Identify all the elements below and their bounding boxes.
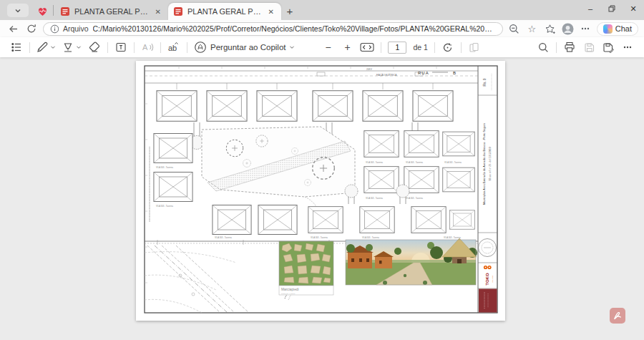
svg-text:VILA 303 - Taverna: VILA 303 - Taverna: [362, 236, 379, 239]
favorites-star-button[interactable]: ☆: [525, 22, 539, 36]
url-text: C:/Mario%20130126/Mario%202025/Prof/Corr…: [93, 24, 496, 33]
printer-icon: [564, 42, 575, 53]
copilot-chat-button[interactable]: Chat: [597, 22, 638, 36]
collections-star-icon: [545, 24, 555, 34]
add-text-button[interactable]: [114, 40, 127, 54]
zoom-out-button[interactable]: −: [321, 40, 334, 54]
sheet-number: Fls. 9: [483, 78, 487, 86]
restore-icon: [608, 5, 615, 12]
translate-button[interactable]: ab: [167, 40, 180, 54]
refresh-button[interactable]: [24, 21, 39, 36]
info-icon[interactable]: [50, 24, 59, 34]
pdf-file-icon: [173, 6, 183, 16]
minimize-button[interactable]: –: [580, 0, 601, 17]
collections-button[interactable]: [543, 22, 557, 36]
url-field[interactable]: Arquivo C:/Mario%20130126/Mario%202025/P…: [43, 22, 503, 36]
new-tab-button[interactable]: +: [281, 2, 298, 19]
text-box-icon: [115, 42, 127, 53]
rotate-icon: [442, 42, 453, 53]
tab-title: PLANTA GERAL PROJETO.pdf: [74, 7, 149, 16]
restore-button[interactable]: [601, 0, 623, 17]
chevron-down-icon: [14, 6, 22, 15]
browser-window: PLANTA GERAL PROJETO.pdf ✕ PLANTA GERAL …: [0, 0, 644, 340]
copilot-pdf-icon: [194, 41, 207, 54]
save-as-button[interactable]: [602, 40, 615, 54]
street-label: RUA: [418, 71, 429, 75]
find-in-document-button[interactable]: [537, 40, 550, 54]
page-number-input[interactable]: [388, 42, 406, 54]
svg-text:VILA 303 - Taverna: VILA 303 - Taverna: [444, 236, 461, 239]
print-button[interactable]: [563, 40, 576, 54]
pdf-file-icon: [60, 6, 70, 16]
profile-avatar[interactable]: [561, 22, 575, 36]
window-controls: – ✕: [580, 0, 644, 17]
street-letter: B: [453, 71, 456, 75]
pdf-viewer-canvas[interactable]: RUA B 20KV FIAÇÃO ELÉTRICA: [0, 57, 644, 340]
pen-icon: [36, 42, 48, 53]
svg-text:VILA 303 - Taverna: VILA 303 - Taverna: [156, 205, 173, 208]
zoom-in-button[interactable]: +: [341, 40, 353, 54]
rotate-button[interactable]: [441, 40, 454, 54]
svg-text:VILA 303 - Taverna: VILA 303 - Taverna: [366, 197, 383, 200]
tab-search-button[interactable]: [7, 4, 29, 17]
save-as-icon: [602, 42, 614, 53]
svg-text:VILA 303 - Taverna: VILA 303 - Taverna: [406, 161, 423, 164]
zoom-level-button[interactable]: [507, 22, 521, 36]
chat-label: Chat: [615, 24, 632, 33]
wiring-label: FIAÇÃO ELÉTRICA: [376, 73, 397, 77]
erase-tool-button[interactable]: [88, 40, 101, 54]
refresh-icon: [26, 24, 36, 34]
paving-swatch-image: Marciapiedi Pietra rig. f. Travol: [279, 241, 333, 295]
fit-to-width-button[interactable]: [360, 40, 374, 54]
search-icon: [538, 42, 549, 53]
swatch-subcaption: Pietra rig. f. Travol: [281, 293, 296, 295]
browser-essentials-heart-icon[interactable]: [36, 5, 49, 18]
tab-close-icon[interactable]: ✕: [266, 7, 276, 16]
chevron-down-icon: [289, 44, 295, 50]
toc-icon: [11, 42, 22, 53]
ellipsis-icon: [623, 42, 633, 52]
scheme-label: Arquivo: [63, 24, 89, 33]
open-in-acrobat-button[interactable]: [610, 308, 625, 324]
eraser-icon: [89, 42, 100, 53]
back-arrow-icon: [8, 24, 19, 34]
zoom-out-magnifier-icon: [509, 24, 519, 34]
read-aloud-button[interactable]: A: [141, 40, 154, 54]
svg-text:ab: ab: [168, 44, 177, 52]
svg-text:VILA 303 - Taverna: VILA 303 - Taverna: [444, 161, 462, 164]
swatch-caption: Marciapiedi: [281, 288, 299, 291]
draw-tool-button[interactable]: [36, 42, 56, 53]
brand-sub: VILLAGE: [492, 276, 494, 283]
tab-close-icon[interactable]: ✕: [153, 7, 163, 16]
save-button[interactable]: [582, 40, 595, 54]
site-plan-drawing: RUA B 20KV FIAÇÃO ELÉTRICA: [136, 61, 505, 321]
avatar-icon: [562, 23, 574, 35]
highlighter-icon: [62, 42, 74, 53]
page-view-button[interactable]: [468, 40, 481, 54]
table-of-contents-button[interactable]: [10, 40, 23, 54]
copilot-icon: [603, 24, 613, 34]
power-label: 20KV: [366, 68, 373, 71]
two-page-view-icon: [469, 42, 479, 53]
ask-copilot-button[interactable]: Perguntar ao Copilot: [194, 41, 295, 54]
tab-separator: [53, 5, 54, 16]
browser-menu-button[interactable]: [579, 22, 592, 36]
svg-text:VILA 303 - Taverna: VILA 303 - Taverna: [156, 166, 173, 169]
pdf-page: RUA B 20KV FIAÇÃO ELÉTRICA: [136, 61, 505, 321]
svg-text:VILA 303 - Taverna: VILA 303 - Taverna: [311, 236, 328, 239]
tab-1[interactable]: PLANTA GERAL PROJETO.pdf ✕: [55, 3, 168, 20]
svg-text:VILA 303 - Taverna: VILA 303 - Taverna: [215, 236, 232, 239]
titleblock-line1: Masterplan Área Extensão da Avenida dos …: [482, 123, 486, 205]
toolbar-more-button[interactable]: [621, 40, 634, 54]
svg-text:VILA 303 - Taverna: VILA 303 - Taverna: [366, 161, 383, 164]
close-window-button[interactable]: ✕: [623, 0, 644, 17]
chevron-down-icon: [76, 44, 82, 50]
highlight-tool-button[interactable]: [62, 42, 82, 53]
pdf-toolbar: A ab Perguntar ao Copilot − + de 1: [0, 37, 644, 57]
save-icon: [584, 42, 595, 53]
page-count-label: de 1: [413, 43, 427, 52]
back-button[interactable]: [6, 21, 20, 36]
read-aloud-icon: A: [142, 42, 154, 53]
acrobat-icon: [613, 311, 623, 321]
tab-2-active[interactable]: PLANTA GERAL PROJETO.pdf ✕: [168, 3, 281, 20]
